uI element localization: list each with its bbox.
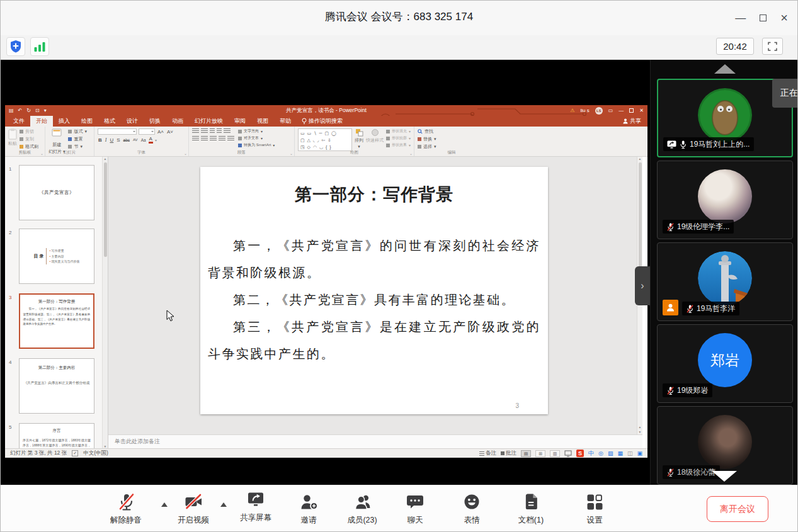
scrollbar-down-icon[interactable]: ▼ xyxy=(104,445,107,448)
format-painter-button[interactable]: 格式刷 xyxy=(20,144,38,150)
shape-outline-button[interactable]: 形状轮廓▾ xyxy=(386,135,411,141)
columns-icon[interactable] xyxy=(227,136,234,141)
slide-thumbnail-2[interactable]: 目 录 写作背景 主要内容 现实意义与当代价值 xyxy=(19,229,94,284)
participant-tile-4[interactable]: 郑岩 19级郑岩 xyxy=(657,324,793,403)
tab-draw[interactable]: 绘图 xyxy=(76,116,98,127)
copy-button[interactable]: 复制 xyxy=(20,136,38,142)
ime-mic-icon[interactable]: ▨ xyxy=(608,450,613,456)
tab-file[interactable]: 文件 xyxy=(8,116,30,127)
tab-design[interactable]: 设计 xyxy=(121,116,144,127)
tab-slideshow[interactable]: 幻灯片放映 xyxy=(189,116,229,127)
network-quality-button[interactable] xyxy=(30,37,49,56)
italic-button[interactable]: I xyxy=(105,137,108,143)
participants-scroll-up-arrow[interactable] xyxy=(714,64,736,74)
select-button[interactable]: 选择▾ xyxy=(418,144,486,150)
save-icon[interactable]: ▤ xyxy=(9,108,14,113)
members-button[interactable]: 成员(23) xyxy=(347,492,377,526)
sogou-ime-icon[interactable]: S xyxy=(576,450,584,457)
arrange-button[interactable]: 排列 ▾ xyxy=(355,128,363,151)
tab-home[interactable]: 开始 xyxy=(30,116,53,127)
tab-format[interactable]: 格式 xyxy=(98,116,121,127)
qat-caret-icon[interactable]: ▾ xyxy=(44,108,47,113)
char-spacing-button[interactable]: AV xyxy=(132,138,139,142)
align-center-icon[interactable] xyxy=(201,136,208,141)
reading-view-button[interactable]: ▥ xyxy=(550,450,560,457)
ppt-restore-icon[interactable] xyxy=(629,108,634,113)
shape-fill-button[interactable]: 形状填充▾ xyxy=(386,128,411,134)
scrollbar-thumb[interactable] xyxy=(104,162,107,257)
start-slideshow-icon[interactable]: ⊡ xyxy=(35,108,40,113)
ppt-share-button[interactable]: 共享 xyxy=(623,116,641,127)
slide-thumbnail-5[interactable]: 序言 序言共七篇，1872年德文版序言，1883年德文版序言，1888年英文版序… xyxy=(19,423,94,448)
participant-tile-3[interactable]: 19马哲李洋 xyxy=(657,242,793,321)
smartart-button[interactable]: 转换为 SmartArt▾ xyxy=(238,142,275,148)
next-slide-icon[interactable]: ▼ xyxy=(639,430,642,434)
font-color-button[interactable]: A xyxy=(149,136,153,144)
normal-view-button[interactable]: ▤ xyxy=(521,450,531,457)
canvas-scroll-up-icon[interactable]: ▲ xyxy=(639,157,642,161)
font-size-select[interactable] xyxy=(139,128,155,135)
spellcheck-icon[interactable]: ✓ xyxy=(72,450,78,456)
slideshow-view-button[interactable] xyxy=(564,450,572,457)
notes-toggle[interactable]: 备注 xyxy=(479,450,496,457)
tab-insert[interactable]: 插入 xyxy=(53,116,76,127)
change-case-button[interactable]: Aa xyxy=(140,138,147,142)
language-indicator[interactable]: 中文(中国) xyxy=(83,450,108,457)
align-left-icon[interactable] xyxy=(192,136,199,141)
slide-thumbnail-3-selected[interactable]: 第一部分：写作背景 第一，《共产党宣言》的问世有深刻的社会经济背景和阶级根源。第… xyxy=(19,293,94,349)
paragraph-dialog-launcher[interactable]: ⌄ xyxy=(290,151,293,156)
thumbnail-scrollbar[interactable]: ▲ ▼ xyxy=(102,157,108,448)
slide-thumbnail-1[interactable]: 《共产党宣言》 xyxy=(19,165,94,220)
ppt-minimize-icon[interactable]: — xyxy=(618,108,624,113)
layout-button[interactable]: 版式▾ xyxy=(68,128,87,135)
invite-button[interactable]: 邀请 xyxy=(299,492,318,526)
settings-button[interactable]: 设置 xyxy=(585,492,604,526)
tab-transitions[interactable]: 切换 xyxy=(144,116,166,127)
minimize-icon[interactable]: — xyxy=(735,13,746,23)
current-slide[interactable]: 第一部分：写作背景 第一，《共产党宣言》的问世有深刻的社会经济背景和阶级根源。 … xyxy=(200,167,548,414)
start-video-button[interactable]: 开启视频 xyxy=(178,492,209,526)
align-right-icon[interactable] xyxy=(210,136,217,141)
tab-animations[interactable]: 动画 xyxy=(166,116,189,127)
strikethrough-button[interactable]: abc xyxy=(123,138,130,142)
shadow-button[interactable]: S xyxy=(116,137,120,143)
section-button[interactable]: 节▾ xyxy=(68,144,87,150)
security-button[interactable] xyxy=(6,37,25,56)
line-spacing-icon[interactable] xyxy=(224,128,231,133)
sidebar-collapse-handle[interactable]: › xyxy=(635,266,650,305)
bullets-icon[interactable] xyxy=(192,128,199,133)
undo-icon[interactable]: ↶ xyxy=(18,108,23,113)
bold-button[interactable]: B xyxy=(98,137,103,143)
ime-skin-icon[interactable]: ◫ xyxy=(627,450,633,456)
ime-toolbox-icon[interactable]: ▣ xyxy=(637,450,642,456)
clipboard-dialog-launcher[interactable]: ⌄ xyxy=(40,151,43,156)
docs-button[interactable]: 文档(1) xyxy=(518,492,544,526)
text-direction-button[interactable]: 文字方向▾ xyxy=(238,128,275,134)
reset-button[interactable]: 重置 xyxy=(68,136,87,142)
slide-thumbnail-4[interactable]: 第二部分：主要内容 《共产党宣言》由序言和正文两个部分组成 xyxy=(19,358,94,414)
tell-me-search[interactable]: 操作说明搜索 xyxy=(302,116,343,127)
scrollbar-up-icon[interactable]: ▲ xyxy=(104,157,107,161)
comments-toggle[interactable]: 批注 xyxy=(501,450,516,457)
tab-review[interactable]: 审阅 xyxy=(229,116,251,127)
numbering-icon[interactable] xyxy=(201,128,208,133)
ime-punctuation-icon[interactable]: ◎ xyxy=(598,450,603,456)
tab-help[interactable]: 帮助 xyxy=(274,116,297,127)
drawing-dialog-launcher[interactable]: ⌄ xyxy=(409,151,413,156)
find-button[interactable]: 查找 xyxy=(418,128,486,135)
previous-slide-icon[interactable]: ▲ xyxy=(639,425,642,429)
ime-keyboard-icon[interactable]: ▦ xyxy=(617,450,623,456)
notes-pane[interactable]: 单击此处添加备注 xyxy=(108,434,642,448)
camera-options-caret[interactable] xyxy=(220,502,227,507)
cut-button[interactable]: 剪切 xyxy=(20,128,38,135)
shape-effects-button[interactable]: 形状效果▾ xyxy=(386,142,411,148)
align-text-button[interactable]: 对齐文本▾ xyxy=(238,135,275,141)
paste-button[interactable]: 粘贴 xyxy=(8,128,17,151)
replace-button[interactable]: 替换▾ xyxy=(418,136,486,142)
tab-view[interactable]: 视图 xyxy=(251,116,274,127)
ribbon-display-icon[interactable]: ▭ xyxy=(608,108,613,113)
indent-increase-icon[interactable] xyxy=(217,128,222,133)
fullscreen-button[interactable] xyxy=(762,38,783,55)
maximize-icon[interactable] xyxy=(760,14,767,21)
shapes-gallery[interactable]: ▭ ▭ ∖ ─ ▢ ◯ ▢ △ ◟ ◞ ⇦ ⇩ ◳ ◇ ◠ ◡ { } xyxy=(298,128,352,151)
